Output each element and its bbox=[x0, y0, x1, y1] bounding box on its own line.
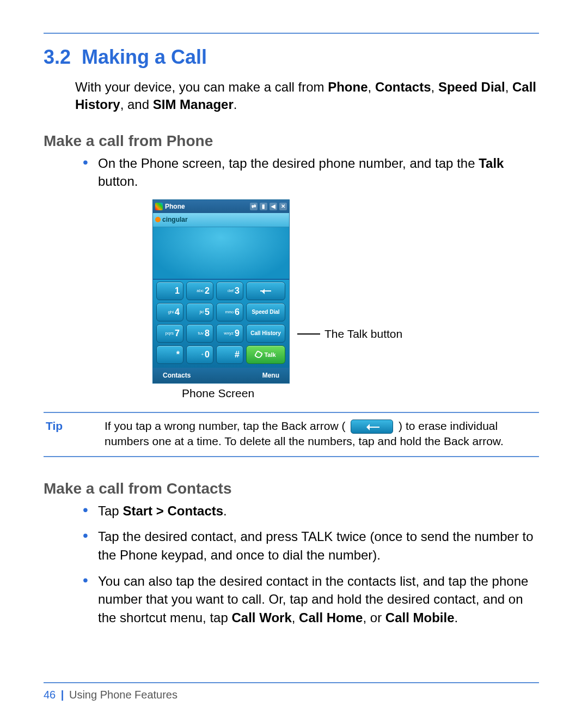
subheading-phone: Make a call from Phone bbox=[44, 132, 539, 150]
start-flag-icon bbox=[155, 203, 163, 210]
carrier-name: cingular bbox=[162, 216, 188, 223]
bullet-text: , bbox=[292, 610, 299, 625]
key-star[interactable]: * bbox=[156, 345, 183, 364]
phone-screen-image: Phone ⇄ ▮ ◀ ✕ cingular 1 abc2 def3 bbox=[152, 199, 290, 384]
sync-icon: ⇄ bbox=[250, 203, 258, 210]
softkey-menu[interactable]: Menu bbox=[262, 372, 279, 379]
softkey-contacts[interactable]: Contacts bbox=[163, 372, 191, 379]
key-big: 2 bbox=[205, 286, 210, 296]
key-pre: mno bbox=[225, 309, 234, 314]
callout-text: The Talk button bbox=[324, 327, 402, 341]
tip-block: Tip If you tap a wrong number, tap the B… bbox=[44, 412, 539, 457]
key-pre: ghi bbox=[168, 309, 174, 314]
key-2[interactable]: abc2 bbox=[186, 282, 213, 300]
bullet-bold-talk: Talk bbox=[479, 156, 504, 171]
volume-icon: ◀ bbox=[270, 203, 277, 210]
key-pre: jkl bbox=[200, 309, 204, 314]
bullet-text: . bbox=[454, 610, 458, 625]
key-big: 6 bbox=[235, 307, 240, 317]
key-pre: abc bbox=[197, 288, 204, 293]
intro-bold-phone: Phone bbox=[328, 80, 367, 94]
page-footer: 46 | Using Phone Features bbox=[44, 682, 539, 701]
intro-sep: , bbox=[505, 80, 512, 94]
intro-sep: , and bbox=[120, 97, 153, 112]
key-big: 1 bbox=[175, 286, 180, 296]
phone-handset-icon bbox=[254, 350, 263, 359]
talk-label: Talk bbox=[264, 351, 275, 358]
carrier-logo-icon bbox=[155, 217, 161, 222]
key-6[interactable]: mno6 bbox=[216, 303, 243, 321]
key-big: 3 bbox=[235, 286, 240, 296]
bullet-text: , or bbox=[363, 610, 385, 625]
key-7[interactable]: pqrs7 bbox=[156, 324, 183, 343]
list-item: Tap Start > Contacts. bbox=[83, 502, 539, 520]
top-rule bbox=[44, 33, 539, 34]
key-speeddial[interactable]: Speed Dial bbox=[246, 303, 285, 321]
section-title-text: Making a Call bbox=[82, 46, 207, 68]
bullet-bold: Call Mobile bbox=[385, 610, 455, 625]
key-pre: pqrs bbox=[166, 331, 174, 336]
footer-text: 46 | Using Phone Features bbox=[44, 689, 539, 701]
phone-titlebar: Phone ⇄ ▮ ◀ ✕ bbox=[153, 200, 289, 213]
key-big: 5 bbox=[205, 307, 210, 317]
footer-separator: | bbox=[61, 689, 64, 701]
key-big: * bbox=[176, 350, 180, 360]
bullet-bold: Call Work bbox=[231, 610, 291, 625]
key-3[interactable]: def3 bbox=[216, 282, 243, 300]
bullet-bold: Start > Contacts bbox=[122, 503, 223, 518]
phone-number-display bbox=[153, 227, 289, 280]
tip-body: If you tap a wrong number, tap the Back … bbox=[105, 418, 539, 449]
key-big: 7 bbox=[175, 329, 180, 338]
section-number: 3.2 bbox=[44, 46, 71, 68]
key-big: 0 bbox=[205, 350, 210, 360]
key-pre: wxyz bbox=[224, 331, 234, 336]
back-arrow-icon bbox=[260, 290, 271, 291]
key-5[interactable]: jkl5 bbox=[186, 303, 213, 321]
back-arrow-inline-icon bbox=[351, 420, 393, 434]
phone-screenshot-row: Phone ⇄ ▮ ◀ ✕ cingular 1 abc2 def3 bbox=[152, 199, 539, 384]
subheading-contacts: Make a call from Contacts bbox=[44, 480, 539, 497]
footer-rule bbox=[44, 682, 539, 683]
intro-bold-speeddial: Speed Dial bbox=[438, 80, 505, 94]
signal-icon: ▮ bbox=[260, 203, 267, 210]
key-9[interactable]: wxyz9 bbox=[216, 324, 243, 343]
bullet-text: Tap the desired contact, and press TALK … bbox=[98, 529, 534, 562]
phone-titlebar-text: Phone bbox=[165, 203, 250, 210]
list-item: You can also tap the desired contact in … bbox=[83, 572, 539, 627]
bullet-text: On the Phone screen, tap the desired pho… bbox=[98, 156, 479, 171]
key-0[interactable]: +0 bbox=[186, 345, 213, 364]
key-big: 8 bbox=[205, 329, 210, 338]
key-hash[interactable]: # bbox=[216, 345, 243, 364]
key-big: 4 bbox=[175, 307, 180, 317]
list-item: On the Phone screen, tap the desired pho… bbox=[83, 154, 539, 191]
close-icon: ✕ bbox=[279, 203, 287, 210]
phone-carrier-bar: cingular bbox=[153, 213, 289, 227]
key-pre: def bbox=[228, 288, 234, 293]
key-8[interactable]: tuv8 bbox=[186, 324, 213, 343]
bullet-bold: Call Home bbox=[299, 610, 363, 625]
phone-keypad: 1 abc2 def3 ghi4 jkl5 mno6 Speed Dial pq… bbox=[153, 280, 289, 368]
key-backspace[interactable] bbox=[246, 282, 285, 300]
key-callhistory[interactable]: Call History bbox=[246, 324, 285, 343]
key-1[interactable]: 1 bbox=[156, 282, 183, 300]
bullets-phone: On the Phone screen, tap the desired pho… bbox=[83, 154, 539, 191]
key-4[interactable]: ghi4 bbox=[156, 303, 183, 321]
key-pre: + bbox=[201, 352, 204, 357]
bullet-text: button. bbox=[98, 174, 138, 189]
intro-paragraph: With your device, you can make a call fr… bbox=[75, 78, 539, 114]
key-talk[interactable]: Talk bbox=[246, 345, 285, 364]
phone-caption: Phone Screen bbox=[182, 387, 539, 400]
phone-status-icons: ⇄ ▮ ◀ ✕ bbox=[250, 203, 287, 210]
phone-softkey-bar: Contacts Menu bbox=[153, 368, 289, 383]
callout-line bbox=[297, 333, 320, 335]
intro-sep: , bbox=[368, 80, 375, 94]
bullet-text: . bbox=[223, 503, 227, 518]
list-item: Tap the desired contact, and press TALK … bbox=[83, 527, 539, 564]
tip-label: Tip bbox=[44, 418, 105, 434]
intro-bold-contacts: Contacts bbox=[375, 80, 431, 94]
key-big: 9 bbox=[235, 329, 240, 338]
page-number: 46 bbox=[44, 689, 56, 701]
chapter-name: Using Phone Features bbox=[69, 689, 177, 701]
intro-text: With your device, you can make a call fr… bbox=[75, 80, 328, 94]
intro-sep: , bbox=[431, 80, 438, 94]
